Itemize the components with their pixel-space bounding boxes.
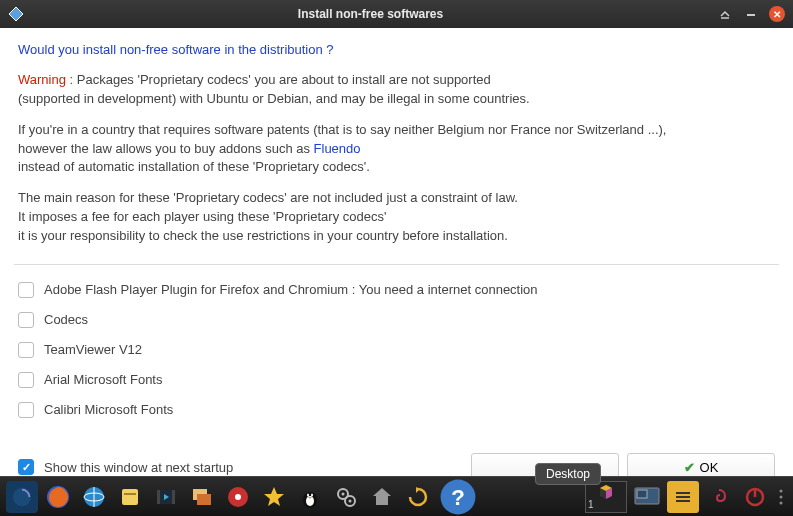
titlebar: Install non-free softwares ✕	[0, 0, 793, 28]
item-codecs: Codecs	[18, 305, 775, 335]
taskbar: ? 1	[0, 476, 793, 516]
checkbox-codecs[interactable]	[18, 312, 34, 328]
show-at-startup: Show this window at next startup	[18, 459, 233, 475]
item-adobe-flash: Adobe Flash Player Plugin for Firefox an…	[18, 275, 775, 305]
show-desktop-icon[interactable]	[631, 481, 663, 513]
item-label: Calibri Microsoft Fonts	[44, 402, 173, 417]
home-icon[interactable]	[366, 481, 398, 513]
item-teamviewer: TeamViewer V12	[18, 335, 775, 365]
item-calibri-fonts: Calibri Microsoft Fonts	[18, 395, 775, 425]
svg-point-43	[780, 495, 783, 498]
checkbox-teamviewer[interactable]	[18, 342, 34, 358]
software-list: Adobe Flash Player Plugin for Firefox an…	[18, 275, 775, 447]
svg-point-44	[780, 501, 783, 504]
close-button[interactable]: ✕	[769, 6, 785, 22]
svg-rect-36	[637, 490, 647, 498]
power-icon[interactable]	[739, 481, 771, 513]
svg-point-22	[311, 493, 313, 496]
svg-point-17	[235, 494, 241, 500]
item-label: TeamViewer V12	[44, 342, 142, 357]
reason-line-2: It imposes a fee for each player using t…	[18, 209, 386, 224]
svg-marker-18	[264, 487, 284, 506]
svg-rect-8	[122, 489, 138, 505]
checkbox-calibri-fonts[interactable]	[18, 402, 34, 418]
window-controls: ✕	[717, 6, 785, 22]
files-icon[interactable]	[114, 481, 146, 513]
help-icon[interactable]: ?	[438, 477, 478, 517]
reason-line-3: it is your responsibility to check the u…	[18, 228, 508, 243]
app-icon	[8, 6, 24, 22]
tux-icon[interactable]	[294, 481, 326, 513]
svg-point-42	[780, 489, 783, 492]
divider	[14, 264, 779, 265]
video-icon[interactable]	[150, 481, 182, 513]
warning-paragraph: Warning : Packages 'Proprietary codecs' …	[18, 71, 775, 109]
patents-paragraph: If you're in a country that requires sof…	[18, 121, 775, 178]
refresh-icon[interactable]	[402, 481, 434, 513]
settings-icon[interactable]	[330, 481, 362, 513]
rollup-button[interactable]	[717, 6, 733, 22]
debian-icon[interactable]	[703, 481, 735, 513]
svg-rect-11	[157, 490, 160, 504]
menu-icon[interactable]	[6, 481, 38, 513]
workspace-number: 1	[588, 499, 594, 510]
show-at-startup-label: Show this window at next startup	[44, 460, 233, 475]
patents-line-1: If you're in a country that requires sof…	[18, 122, 666, 137]
checkbox-show-startup[interactable]	[18, 459, 34, 475]
ok-label: OK	[700, 460, 719, 475]
heading-question: Would you install non-free software in t…	[18, 42, 775, 57]
taskbar-app-icon[interactable]	[667, 481, 699, 513]
browser-icon[interactable]	[78, 481, 110, 513]
reason-line-1: The main reason for these 'Proprietary c…	[18, 190, 518, 205]
patents-line-2: however the law allows you to buy addons…	[18, 141, 314, 156]
svg-rect-38	[676, 496, 690, 498]
svg-marker-0	[9, 7, 23, 21]
window-title: Install non-free softwares	[24, 7, 717, 21]
workspace-switcher[interactable]: 1	[585, 481, 627, 513]
svg-rect-9	[124, 493, 136, 495]
checkbox-adobe-flash[interactable]	[18, 282, 34, 298]
music-icon[interactable]	[222, 481, 254, 513]
svg-point-26	[342, 492, 345, 495]
fluendo-link[interactable]: Fluendo	[314, 141, 361, 156]
item-label: Arial Microsoft Fonts	[44, 372, 162, 387]
warning-label: Warning :	[18, 72, 77, 87]
panel-edge-icon[interactable]	[775, 481, 787, 513]
svg-marker-28	[373, 488, 391, 505]
svg-point-21	[307, 493, 309, 496]
checkbox-arial-fonts[interactable]	[18, 372, 34, 388]
warning-line-2: (supported in development) with Ubuntu o…	[18, 91, 530, 106]
reason-paragraph: The main reason for these 'Proprietary c…	[18, 189, 775, 246]
photos-icon[interactable]	[186, 481, 218, 513]
star-icon[interactable]	[258, 481, 290, 513]
warning-line-1: Packages 'Proprietary codecs' you are ab…	[77, 72, 491, 87]
check-icon: ✔	[684, 460, 695, 475]
minimize-button[interactable]	[743, 6, 759, 22]
item-label: Adobe Flash Player Plugin for Firefox an…	[44, 282, 538, 297]
window-body: Would you install non-free software in t…	[0, 28, 793, 491]
svg-text:?: ?	[451, 484, 465, 509]
svg-rect-15	[197, 494, 211, 505]
svg-rect-12	[172, 490, 175, 504]
firefox-icon[interactable]	[42, 481, 74, 513]
patents-line-3: instead of automatic installation of the…	[18, 159, 370, 174]
svg-rect-37	[676, 492, 690, 494]
svg-rect-39	[676, 500, 690, 502]
svg-point-27	[349, 499, 352, 502]
item-label: Codecs	[44, 312, 88, 327]
item-arial-fonts: Arial Microsoft Fonts	[18, 365, 775, 395]
desktop-tooltip: Desktop	[535, 463, 601, 485]
